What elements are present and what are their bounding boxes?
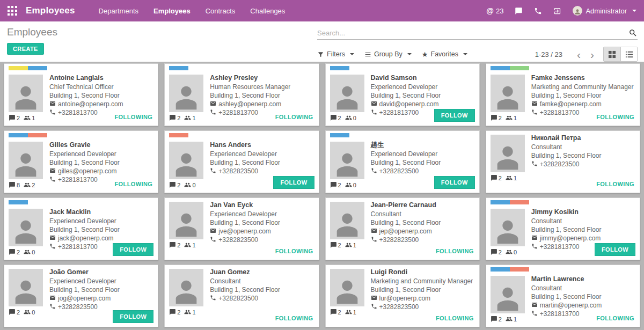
employee-email-row[interactable]: famke@openerp.com <box>531 100 634 108</box>
list-view-button[interactable] <box>620 47 637 61</box>
group-by-dropdown[interactable]: Group By <box>364 50 412 58</box>
follow-button[interactable]: FOLLOW <box>595 243 635 256</box>
messages-menu-icon[interactable] <box>515 7 523 15</box>
phone-menu-icon[interactable] <box>534 7 542 15</box>
following-label[interactable]: FOLLOWING <box>275 248 313 254</box>
activities-counter[interactable]: @ 23 <box>486 6 503 15</box>
employee-phone-row[interactable]: +3281813700 <box>49 108 123 117</box>
employee-card[interactable]: 2 1 Николай Петра Consultant Building 1,… <box>486 130 640 193</box>
message-bubble-icon <box>491 248 497 255</box>
employee-phone-row[interactable]: +3282823500 <box>210 236 280 244</box>
employee-job-title: Chief Technical Officer <box>49 83 123 91</box>
employee-job-title: Consultant <box>531 143 602 151</box>
employee-phone-row[interactable]: +3282823500 <box>210 294 280 303</box>
employee-phone-row[interactable]: +3282823500 <box>371 167 441 175</box>
employee-phone-row[interactable]: +3282823500 <box>371 303 473 311</box>
follow-button[interactable]: FOLLOW <box>113 310 153 323</box>
follow-button[interactable]: FOLLOW <box>273 176 314 189</box>
employee-card[interactable]: 2 0 趙生 Experienced Developer Building 1,… <box>325 130 480 193</box>
following-label[interactable]: FOLLOWING <box>275 315 313 321</box>
following-label[interactable]: FOLLOWING <box>114 114 152 120</box>
favorites-dropdown[interactable]: ★ Favorites <box>422 50 467 58</box>
top-menu-item-contracts[interactable]: Contracts <box>206 7 236 15</box>
employee-location: Building 1, Second Floor <box>371 285 473 294</box>
employee-phone: +3281813700 <box>58 109 98 116</box>
employee-email-row[interactable]: martin@openerp.com <box>531 301 602 310</box>
employee-card[interactable]: 2 1 Ashley Presley Human Resources Manag… <box>164 63 319 126</box>
employee-email-row[interactable]: antoine@openerp.com <box>49 100 123 108</box>
employee-email-row[interactable]: jog@openerp.com <box>49 294 120 303</box>
color-bar-yellow <box>9 66 28 70</box>
follow-button[interactable]: FOLLOW <box>434 109 475 122</box>
list-view-icon <box>625 50 633 58</box>
following-label[interactable]: FOLLOWING <box>275 114 313 120</box>
sign-in-icon[interactable] <box>553 7 561 15</box>
employee-phone-row[interactable]: +3282823500 <box>210 167 280 175</box>
employee-email-row[interactable]: ashley@openerp.com <box>210 100 290 108</box>
employee-phone-row[interactable]: +3281813700 <box>531 243 602 251</box>
envelope-icon <box>371 295 377 301</box>
top-menu-item-challenges[interactable]: Challenges <box>250 7 285 15</box>
following-label[interactable]: FOLLOWING <box>114 181 152 187</box>
search-input[interactable] <box>317 29 628 37</box>
follow-button[interactable]: FOLLOW <box>113 243 153 256</box>
employee-phone: +3282823500 <box>379 167 419 175</box>
employee-phone-row[interactable]: +3282823500 <box>531 160 602 168</box>
employee-card[interactable]: 2 0 David Samson Experienced Developer B… <box>325 63 480 126</box>
follower-count: 0 <box>514 249 517 255</box>
employee-email-row[interactable]: lur@openerp.com <box>371 294 473 303</box>
employee-card[interactable]: 2 1 Jan Van Eyck Experienced Developer B… <box>164 197 319 260</box>
employee-email-row[interactable]: jve@openerp.com <box>210 227 280 236</box>
employee-card[interactable]: 2 1 Martin Lawrence Consultant Building … <box>486 265 640 327</box>
employee-card[interactable]: 2 1 Juan Gomez Consultant Building 1, Se… <box>164 265 319 327</box>
employee-photo <box>169 142 203 179</box>
employee-card[interactable]: 2 0 Jack Macklin Experienced Developer B… <box>4 197 158 260</box>
follow-button[interactable]: FOLLOW <box>434 176 475 189</box>
pager-next-button[interactable]: › <box>586 49 599 60</box>
apps-grid-icon[interactable] <box>8 6 17 16</box>
employee-email-row[interactable]: gilles@openerp.com <box>49 167 120 175</box>
favorites-label: Favorites <box>431 50 458 58</box>
employee-email-row[interactable]: jep@openerp.com <box>371 227 441 236</box>
app-title[interactable]: Employees <box>26 5 75 16</box>
following-label[interactable]: FOLLOWING <box>596 181 634 187</box>
following-label[interactable]: FOLLOWING <box>596 315 634 321</box>
chatter-counts: 2 1 <box>169 114 203 121</box>
following-label[interactable]: FOLLOWING <box>436 248 474 254</box>
color-bar-salmon <box>510 200 529 204</box>
employee-name: Ashley Presley <box>210 74 290 82</box>
search-icon[interactable] <box>628 28 638 38</box>
kanban-view-button[interactable] <box>604 47 620 61</box>
employee-card[interactable]: 2 1 Jean-Pierre Carnaud Consultant Build… <box>325 197 480 260</box>
chevron-down-icon <box>407 53 412 55</box>
following-label[interactable]: FOLLOWING <box>436 315 474 321</box>
employee-email-row[interactable]: jack@openerp.com <box>49 234 120 243</box>
employee-location: Building 1, Second Floor <box>371 91 441 100</box>
phone-icon <box>49 243 56 250</box>
employee-card[interactable]: 2 1 Antoine Langlais Chief Technical Off… <box>4 63 158 126</box>
employee-phone-row[interactable]: +3282823500 <box>371 236 441 244</box>
employee-phone-row[interactable]: +3281813700 <box>371 108 441 117</box>
top-menu-item-employees[interactable]: Employees <box>153 7 191 15</box>
create-button[interactable]: CREATE <box>7 43 44 55</box>
employee-card[interactable]: 2 0 João Gomer Experienced Developer Bui… <box>4 265 158 327</box>
employee-card[interactable]: 2 1 Luigi Rondi Marketing and Community … <box>325 265 480 327</box>
pager-previous-button[interactable]: ‹ <box>572 49 586 60</box>
employee-card[interactable]: 2 1 Famke Jenssens Marketing and Communi… <box>486 63 640 126</box>
employee-phone-row[interactable]: +3281813700 <box>49 175 120 184</box>
kanban-color-bars <box>169 66 314 70</box>
following-label[interactable]: FOLLOWING <box>596 114 634 120</box>
filters-dropdown[interactable]: Filters <box>317 50 354 58</box>
employee-phone-row[interactable]: +3281813700 <box>531 310 602 318</box>
top-menu-item-departments[interactable]: Departments <box>99 7 138 15</box>
employee-card[interactable]: 8 2 Gilles Gravie Experienced Developer … <box>4 130 158 193</box>
employee-name: Famke Jenssens <box>531 74 634 82</box>
employee-email-row[interactable]: jimmy@openerp.com <box>531 234 602 243</box>
employee-phone-row[interactable]: +3282823500 <box>49 303 120 311</box>
user-menu[interactable]: Administrator <box>573 6 636 16</box>
employee-card[interactable]: 2 0 Hans Anders Experienced Developer Bu… <box>164 130 319 193</box>
employee-email-row[interactable]: david@openerp.com <box>371 100 441 108</box>
employee-card[interactable]: 2 0 Jimmy Kosikin Consultant Building 1,… <box>486 197 640 260</box>
followers-group-icon <box>24 181 31 188</box>
employee-phone-row[interactable]: +3281813700 <box>49 243 120 251</box>
